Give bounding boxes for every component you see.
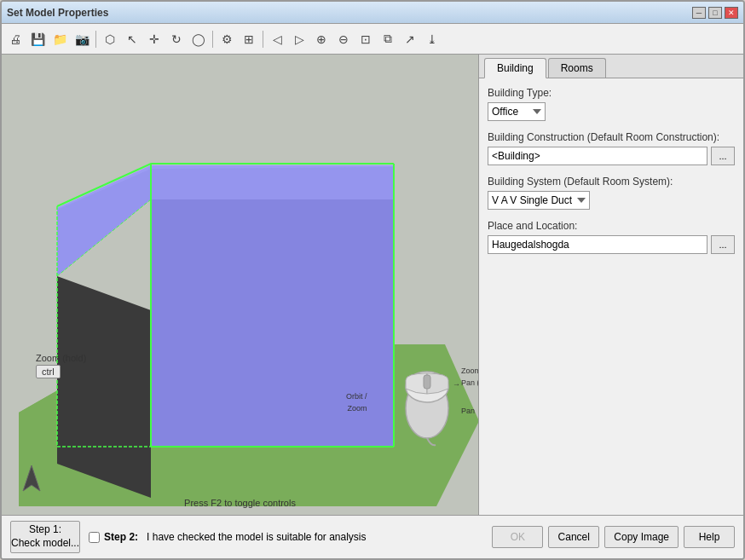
separator-2 bbox=[212, 31, 213, 48]
building-construction-group: Building Construction (Default Room Cons… bbox=[488, 131, 735, 165]
viewport: Zoom (hold) ctrl bbox=[2, 55, 479, 515]
building-system-group: Building System (Default Room System): V… bbox=[488, 176, 735, 210]
step1-line1: Step 1: bbox=[29, 523, 61, 535]
zoom-label: Zoom bbox=[346, 403, 367, 415]
layers-button[interactable]: ⧉ bbox=[378, 29, 398, 49]
f2-hint: Press F2 to toggle controls bbox=[184, 498, 296, 508]
tool-rotate-button[interactable]: ↻ bbox=[166, 29, 187, 49]
svg-text:→: → bbox=[453, 380, 460, 389]
pan-click-label: Pan (click) bbox=[461, 378, 479, 390]
place-location-row: ... bbox=[488, 235, 735, 254]
step2-label: Step 2: bbox=[104, 531, 138, 543]
minimize-button[interactable]: ─ bbox=[692, 7, 706, 19]
panel-content: Building Type: Office Retail School Hosp… bbox=[479, 78, 743, 515]
svg-rect-15 bbox=[424, 375, 430, 389]
tab-building[interactable]: Building bbox=[484, 58, 546, 78]
title-bar-buttons: ─ □ ✕ bbox=[692, 7, 738, 19]
viewport-inner: Zoom (hold) ctrl bbox=[2, 55, 478, 515]
copy-image-button[interactable]: Copy Image bbox=[604, 526, 679, 548]
maximize-button[interactable]: □ bbox=[708, 7, 722, 19]
building-construction-row: ... bbox=[488, 147, 735, 165]
building-type-select[interactable]: Office Retail School Hospital Hotel bbox=[488, 102, 546, 121]
bottom-buttons: OK Cancel Copy Image Help bbox=[492, 526, 735, 548]
arrow-left-button[interactable]: ◁ bbox=[267, 29, 287, 49]
building-type-group: Building Type: Office Retail School Hosp… bbox=[488, 87, 735, 121]
step1-button[interactable]: Step 1: Check model... bbox=[10, 521, 80, 553]
help-button[interactable]: Help bbox=[684, 526, 735, 548]
mouse-right-labels: Zoom (wheel) Pan (click) Pan bbox=[461, 366, 479, 418]
ctrl-key: ctrl bbox=[36, 365, 61, 378]
main-area: Zoom (hold) ctrl bbox=[2, 55, 743, 515]
mouse-help-area: ← → Zoom (wheel) Pan (click) Pan Orbit /… bbox=[393, 361, 461, 447]
zoom-in-button[interactable]: ⊕ bbox=[311, 29, 332, 49]
building-system-select[interactable]: V A V Single Duct Fan Coil Unit Radiant … bbox=[488, 191, 590, 210]
bottom-bar: Step 1: Check model... Step 2: I have ch… bbox=[2, 515, 743, 558]
close-button[interactable]: ✕ bbox=[725, 7, 738, 19]
separator-1 bbox=[95, 31, 96, 48]
zoom-hold-text: Zoom (hold) bbox=[36, 353, 86, 363]
tab-rooms[interactable]: Rooms bbox=[548, 58, 606, 78]
building-construction-input[interactable] bbox=[488, 147, 707, 165]
compass-area bbox=[14, 461, 49, 498]
place-location-group: Place and Location: ... bbox=[488, 220, 735, 254]
pan-label: Pan bbox=[461, 406, 479, 418]
window-title: Set Model Properties bbox=[7, 7, 108, 19]
step2-checkbox[interactable] bbox=[89, 532, 100, 543]
tabs: Building Rooms bbox=[479, 55, 743, 78]
zoom-out-button[interactable]: ⊖ bbox=[333, 29, 354, 49]
zoom-hold-area: Zoom (hold) ctrl bbox=[36, 353, 86, 378]
tool-hex-button[interactable]: ⬡ bbox=[100, 29, 120, 49]
compass-icon bbox=[14, 461, 49, 495]
building-construction-label: Building Construction (Default Room Cons… bbox=[488, 131, 735, 143]
building-system-label: Building System (Default Room System): bbox=[488, 176, 735, 188]
step2-checkbox-label: Step 2: bbox=[89, 531, 138, 543]
building-construction-browse[interactable]: ... bbox=[711, 147, 735, 165]
separator-3 bbox=[263, 31, 263, 48]
place-location-browse[interactable]: ... bbox=[711, 235, 735, 254]
main-window: Set Model Properties ─ □ ✕ 🖨 💾 📁 📷 ⬡ ↖ ✛… bbox=[0, 0, 745, 560]
mouse-diagram: ← → bbox=[393, 361, 461, 447]
step1-line2: Check model... bbox=[11, 537, 79, 549]
ok-button[interactable]: OK bbox=[492, 526, 543, 548]
toolbar: 🖨 💾 📁 📷 ⬡ ↖ ✛ ↻ ◯ ⚙ ⊞ ◁ ▷ ⊕ ⊖ ⊡ ⧉ ↗ ⤓ bbox=[2, 24, 743, 55]
title-bar: Set Model Properties ─ □ ✕ bbox=[2, 2, 743, 24]
camera-button[interactable]: 📷 bbox=[72, 29, 92, 49]
place-location-input[interactable] bbox=[488, 235, 707, 254]
zoom-fit-button[interactable]: ⊡ bbox=[355, 29, 376, 49]
grid-button[interactable]: ⊞ bbox=[239, 29, 259, 49]
mouse-left-labels: Orbit / Zoom bbox=[346, 391, 367, 414]
tool-pointer-button[interactable]: ↖ bbox=[122, 29, 142, 49]
right-panel: Building Rooms Building Type: Office Ret… bbox=[479, 55, 743, 515]
step2-text: I have checked the model is suitable for… bbox=[147, 531, 366, 543]
export-button[interactable]: ↗ bbox=[400, 29, 420, 49]
arrow-right-button[interactable]: ▷ bbox=[289, 29, 309, 49]
orbit-label: Orbit / bbox=[346, 391, 367, 403]
settings-button[interactable]: ⚙ bbox=[217, 29, 237, 49]
folder-button[interactable]: 📁 bbox=[49, 29, 70, 49]
cancel-button[interactable]: Cancel bbox=[548, 526, 599, 548]
zoom-wheel-label: Zoom (wheel) bbox=[461, 366, 479, 378]
svg-marker-18 bbox=[23, 465, 40, 491]
building-type-label: Building Type: bbox=[488, 87, 735, 99]
import-button[interactable]: ⤓ bbox=[422, 29, 442, 49]
ctrl-box-label: ctrl bbox=[36, 365, 86, 378]
tool-circle-button[interactable]: ◯ bbox=[188, 29, 209, 49]
place-location-label: Place and Location: bbox=[488, 220, 735, 232]
save-button[interactable]: 💾 bbox=[27, 29, 48, 49]
tool-move-button[interactable]: ✛ bbox=[144, 29, 165, 49]
svg-marker-3 bbox=[57, 276, 151, 498]
print-button[interactable]: 🖨 bbox=[5, 29, 26, 49]
